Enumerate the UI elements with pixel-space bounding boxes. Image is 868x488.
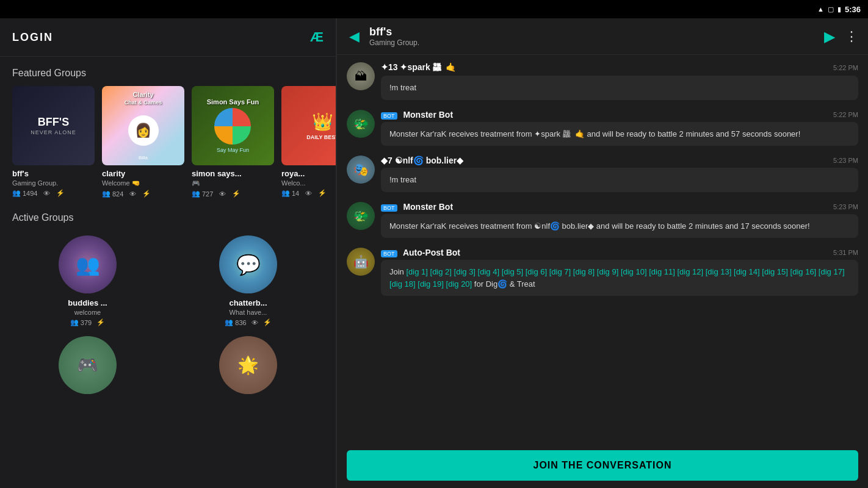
clarity-inner: ClarityChat & Games 👩 Billa [102, 86, 184, 165]
active-group-4[interactable]: 🌟 [173, 336, 324, 394]
featured-group-royal[interactable]: 👑 DAILY BEST roya... Welco... 👥 14 👁 [281, 86, 336, 198]
msg2-content: BOT Monster Bot 5:22 PM Monster Kar'raK … [381, 110, 858, 146]
clarity-eye: 👁 [129, 190, 136, 198]
dig-link-13[interactable]: [dig 13] [706, 267, 732, 276]
dig-link-17[interactable]: [dig 17] [819, 267, 845, 276]
eye-icon: 👁 [43, 190, 50, 197]
dig-link-16[interactable]: [dig 16] [790, 267, 817, 276]
dig-link-2[interactable]: [dig 2] [430, 267, 452, 276]
chatterb-eye: 👁 [251, 319, 258, 326]
royal-label: DAILY BEST [306, 134, 336, 140]
flash-icon: ⚡ [56, 189, 65, 197]
msg4-avatar: 🐲 [347, 202, 375, 230]
msg3-content: ◆7 ☯nlf🌀 bob.lier◆ 5:23 PM !m treat [381, 156, 858, 192]
royal-flash: ⚡ [318, 189, 327, 197]
buddies-avatar: 👥 [59, 235, 117, 293]
clarity-bottom: Billa [139, 155, 148, 160]
more-button[interactable]: ⋮ [845, 29, 858, 45]
clarity-card-image: ClarityChat & Games 👩 Billa [102, 86, 184, 165]
featured-groups-scroll: BFF'S NEVER ALONE bff's Gaming Group. 👥 … [0, 86, 336, 207]
clarity-card-sub: Welcome 🤜 [102, 179, 184, 187]
dig-link-14[interactable]: [dig 14] [734, 267, 760, 276]
bot-badge-4: BOT [381, 204, 397, 212]
clarity-members: 👥 824 [102, 190, 123, 198]
play-button[interactable]: ▶ [824, 28, 835, 45]
chatterb-stats: 👥 836 👁 ⚡ [225, 318, 271, 326]
dig-link-7[interactable]: [dig 7] [549, 267, 571, 276]
dig-link-6[interactable]: [dig 6] [526, 267, 547, 276]
back-button[interactable]: ◀ [347, 26, 362, 47]
message-row-2: 🐲 BOT Monster Bot 5:22 PM Monster Kar'ra… [347, 110, 858, 146]
dig-link-19[interactable]: [dig 19] [418, 279, 444, 289]
msg1-avatar: 🏔 [347, 62, 375, 90]
msg2-header: BOT Monster Bot 5:22 PM [381, 110, 858, 120]
dig-link-1[interactable]: [dig 1] [406, 267, 427, 276]
simon-flash: ⚡ [232, 190, 241, 198]
chatterb-name: chatterb... [229, 298, 267, 307]
msg3-avatar: 🎭 [347, 156, 375, 184]
msg2-time: 5:22 PM [833, 111, 858, 118]
dig-link-8[interactable]: [dig 8] [573, 267, 595, 276]
dig-link-12[interactable]: [dig 12] [677, 267, 703, 276]
battery-icon: ▮ [837, 5, 841, 13]
featured-group-simon[interactable]: Simon Says Fun Say May Fun simon says...… [192, 86, 274, 198]
message-row-1: 🏔 ✦13 ✦spark 龘 🤙 5:22 PM !m treat [347, 62, 858, 100]
simon-inner: Simon Says Fun Say May Fun [207, 98, 259, 153]
active-groups-grid: 👥 buddies ... welcome 👥 379 ⚡ [12, 228, 324, 401]
active-group-3[interactable]: 🎮 [12, 336, 163, 394]
people-icon: 👥 [225, 318, 233, 326]
eye-icon: 👁 [305, 190, 312, 197]
bffs-text: BFF'S [31, 116, 76, 129]
clarity-card-name: clarity [102, 169, 184, 178]
dig-link-5[interactable]: [dig 5] [502, 267, 523, 276]
flash-icon: ⚡ [263, 318, 272, 326]
clarity-card-stats: 👥 824 👁 ⚡ [102, 190, 184, 198]
message-row-5: 🤖 BOT Auto-Post Bot 5:31 PM Join [dig 1] [347, 248, 858, 296]
simon-card-stats: 👥 727 👁 ⚡ [192, 190, 274, 198]
msg1-bubble: !m treat [381, 76, 858, 100]
buddies-flash: ⚡ [96, 318, 105, 326]
bffs-card-name: bff's [12, 169, 95, 178]
simon-eye: 👁 [219, 190, 226, 198]
msg5-avatar: 🤖 [347, 248, 375, 276]
featured-group-clarity[interactable]: ClarityChat & Games 👩 Billa clarity Welc… [102, 86, 184, 198]
chatterb-avatar-emoji: 💬 [236, 253, 261, 276]
dig-link-20[interactable]: [dig 20] [446, 279, 472, 289]
simon-label: Simon Says Fun [207, 98, 259, 106]
people-icon: 👥 [12, 189, 21, 197]
dig-link-9[interactable]: [dig 9] [597, 267, 618, 276]
simon-members: 👥 727 [192, 190, 213, 198]
dig-link-11[interactable]: [dig 11] [649, 267, 675, 276]
featured-group-bffs[interactable]: BFF'S NEVER ALONE bff's Gaming Group. 👥 … [12, 86, 95, 198]
eye-icon: 👁 [129, 190, 136, 198]
simon-wheel [214, 108, 251, 145]
dig-link-15[interactable]: [dig 15] [762, 267, 788, 276]
left-panel: LOGIN Æ Featured Groups BFF'S NEVER ALON… [0, 18, 336, 488]
dig-link-4[interactable]: [dig 4] [478, 267, 499, 276]
bffs-eye: 👁 [43, 190, 50, 197]
group3-avatar: 🎮 [59, 336, 117, 394]
msg3-time: 5:23 PM [833, 157, 858, 164]
dig-link-3[interactable]: [dig 3] [454, 267, 476, 276]
buddies-name: buddies ... [68, 298, 107, 307]
sim-icon: ▢ [828, 5, 834, 13]
message-row-4: 🐲 BOT Monster Bot 5:23 PM Monster Kar'ra… [347, 202, 858, 239]
msg3-bubble: !m treat [381, 168, 858, 192]
flash-icon: ⚡ [142, 190, 151, 198]
status-icons: ▲ ▢ ▮ 5:36 [817, 5, 861, 14]
login-header: LOGIN Æ [0, 18, 336, 57]
royal-card-name: roya... [281, 169, 336, 178]
people-icon: 👥 [70, 318, 79, 326]
right-panel: ◀ bff's Gaming Group. ▶ ⋮ 🏔 ✦13 ✦spark 龘… [337, 18, 868, 488]
bffs-card-image: BFF'S NEVER ALONE [12, 86, 95, 165]
dig-link-18[interactable]: [dig 18] [389, 279, 416, 289]
bffs-card-stats: 👥 1494 👁 ⚡ [12, 189, 95, 197]
active-group-chatterb[interactable]: 💬 chatterb... What have... 👥 836 👁 [173, 235, 324, 326]
royal-members: 👥 14 [281, 189, 299, 197]
chatterb-sub: What have... [230, 309, 267, 316]
ae-icon[interactable]: Æ [310, 29, 324, 45]
join-conversation-button[interactable]: JOIN THE CONVERSATION [347, 450, 858, 481]
dig-link-10[interactable]: [dig 10] [621, 267, 647, 276]
status-bar: ▲ ▢ ▮ 5:36 [0, 0, 868, 18]
active-group-buddies[interactable]: 👥 buddies ... welcome 👥 379 ⚡ [12, 235, 163, 326]
